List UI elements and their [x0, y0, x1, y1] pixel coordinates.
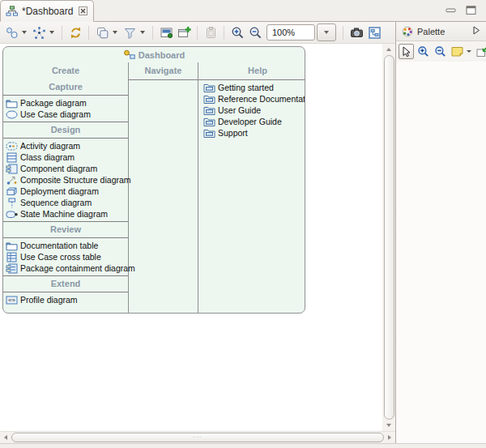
- help-folder-icon: [203, 94, 215, 105]
- item-label: State Machine diagram: [20, 209, 108, 219]
- item-label: Package containment diagram: [20, 263, 135, 273]
- extend-section-header: Extend: [3, 276, 128, 292]
- create-item-class-diagram[interactable]: Class diagram: [3, 151, 128, 163]
- item-label: Use Case diagram: [20, 109, 91, 119]
- new-diagram-view-button[interactable]: [176, 24, 192, 41]
- item-label: User Guide: [218, 105, 261, 115]
- create-item-component-diagram[interactable]: Component diagram: [3, 163, 128, 174]
- zoom-level-dropdown-button[interactable]: [317, 23, 336, 41]
- sequence-diagram-icon: [6, 198, 18, 208]
- section-review: Review Documentation table U: [3, 222, 128, 276]
- create-item-package-containment-diagram[interactable]: Package containment diagram: [3, 262, 128, 274]
- horizontal-scrollbar-thumb[interactable]: ···: [11, 433, 384, 442]
- arrange-button[interactable]: [31, 24, 47, 41]
- item-label: Documentation table: [20, 241, 98, 250]
- dashboard-panel-title: Dashboard: [3, 47, 305, 62]
- tab-title: *Dashboard: [22, 6, 73, 17]
- item-label: Use Case cross table: [20, 252, 101, 262]
- review-section-header: Review: [3, 222, 128, 238]
- toolbar-separator: [197, 26, 198, 40]
- toolbar-separator: [62, 26, 62, 40]
- composite-structure-diagram-icon: [6, 175, 18, 186]
- dashboard-tab-icon: [6, 6, 18, 16]
- help-item-getting-started[interactable]: Getting started: [198, 82, 305, 93]
- palette-zoom-out-button[interactable]: [433, 44, 448, 59]
- svg-text:«»: «»: [8, 297, 15, 304]
- palette-zoom-in-button[interactable]: [416, 44, 431, 59]
- zoom-level-combo: 100%: [266, 23, 336, 41]
- item-label: Sequence diagram: [20, 198, 92, 207]
- vertical-scrollbar-thumb[interactable]: [384, 55, 394, 420]
- item-label: Deployment diagram: [20, 186, 99, 196]
- create-item-use-case-cross-table[interactable]: Use Case cross table: [3, 251, 128, 262]
- palette-body[interactable]: [396, 62, 486, 443]
- help-item-support[interactable]: Support: [198, 127, 305, 139]
- zoom-in-button[interactable]: [229, 24, 245, 41]
- create-item-state-machine-diagram[interactable]: State Machine diagram: [3, 208, 128, 220]
- package-diagram-icon: [6, 98, 18, 109]
- create-column-header: Create: [3, 62, 128, 79]
- editor-tab-bar: *Dashboard: [0, 0, 486, 22]
- export-diagram-button[interactable]: [366, 24, 382, 41]
- help-item-developer-guide[interactable]: Developer Guide: [198, 116, 305, 127]
- zoom-out-button[interactable]: [247, 24, 263, 41]
- item-label: Developer Guide: [218, 117, 282, 126]
- zoom-level-input[interactable]: 100%: [266, 24, 315, 41]
- help-item-reference-documentation[interactable]: Reference Documentation: [198, 93, 305, 105]
- arrange-dropdown-icon[interactable]: [49, 31, 54, 34]
- copy-appearance-dropdown-icon[interactable]: [113, 31, 117, 34]
- vertical-scrollbar[interactable]: [382, 44, 395, 431]
- toolbar-separator: [88, 26, 89, 40]
- minimize-button[interactable]: [446, 6, 456, 15]
- note-tool-dropdown-icon[interactable]: [467, 50, 471, 53]
- deployment-diagram-icon: [6, 186, 18, 197]
- create-item-use-case-diagram[interactable]: Use Case diagram: [3, 109, 128, 120]
- related-elements-dropdown-icon[interactable]: [22, 31, 27, 34]
- tab-dashboard[interactable]: *Dashboard: [0, 0, 94, 22]
- related-elements-button[interactable]: [3, 24, 19, 41]
- create-item-package-diagram[interactable]: Package diagram: [3, 97, 128, 109]
- diagram-view-button[interactable]: [158, 24, 174, 41]
- create-item-deployment-diagram[interactable]: Deployment diagram: [3, 186, 128, 197]
- canvas-row: Dashboard Create Capture: [0, 44, 395, 431]
- filter-button[interactable]: [122, 24, 138, 41]
- item-label: Profile diagram: [20, 295, 78, 305]
- scroll-down-icon[interactable]: [384, 420, 394, 430]
- note-tool-button[interactable]: [450, 44, 465, 59]
- main-area: 100%: [0, 22, 486, 443]
- item-label: Composite Structure diagram: [20, 175, 131, 185]
- help-folder-icon: [203, 105, 215, 116]
- diagram-canvas[interactable]: Dashboard Create Capture: [0, 44, 382, 431]
- scroll-right-icon[interactable]: [385, 433, 394, 442]
- synchronize-button[interactable]: [67, 24, 83, 41]
- tab-close-icon[interactable]: [79, 6, 87, 15]
- snapshot-button[interactable]: [348, 24, 364, 41]
- view-controls: [446, 6, 476, 15]
- shortcut-tool-button[interactable]: [475, 44, 486, 59]
- copy-appearance-button[interactable]: [94, 24, 110, 41]
- create-item-activity-diagram[interactable]: Activity diagram: [3, 140, 128, 151]
- state-machine-diagram-icon: [6, 209, 18, 220]
- scroll-up-icon[interactable]: [384, 45, 394, 54]
- palette-header[interactable]: Palette: [396, 22, 486, 41]
- palette-expand-icon[interactable]: [473, 26, 480, 36]
- create-item-profile-diagram[interactable]: «» Profile diagram: [3, 294, 128, 305]
- help-item-user-guide[interactable]: User Guide: [198, 105, 305, 116]
- create-item-sequence-diagram[interactable]: Sequence diagram: [3, 197, 128, 208]
- maximize-button[interactable]: [466, 6, 476, 15]
- profile-diagram-icon: «»: [6, 295, 18, 305]
- filter-dropdown-icon[interactable]: [140, 31, 145, 34]
- create-item-composite-structure-diagram[interactable]: Composite Structure diagram: [3, 174, 128, 186]
- toolbar-separator: [343, 26, 343, 40]
- help-folder-icon: [203, 117, 215, 127]
- help-column: Help Getting started Reference Documenta…: [198, 62, 305, 313]
- dashboard-icon: [123, 49, 135, 60]
- scroll-left-icon[interactable]: [1, 433, 11, 442]
- horizontal-scrollbar[interactable]: ···: [0, 431, 395, 443]
- create-item-documentation-table[interactable]: Documentation table: [3, 240, 128, 251]
- select-tool-button[interactable]: [399, 44, 414, 59]
- section-design: Design Activity diagram Clas: [3, 122, 128, 222]
- palette-icon: [401, 26, 413, 36]
- section-extend: Extend «» Profile diagram: [3, 276, 128, 307]
- item-label: Activity diagram: [20, 141, 80, 151]
